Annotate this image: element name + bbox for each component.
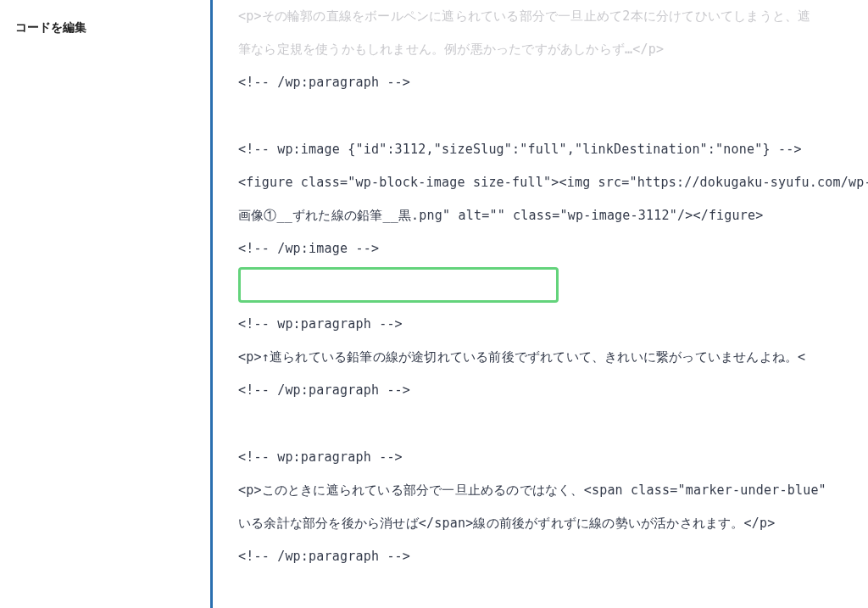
code-line[interactable]: <!-- wp:image {"id":3112,"sizeSlug":"ful… bbox=[238, 133, 868, 166]
highlight-annotation bbox=[238, 267, 559, 303]
code-line[interactable]: <figure class="wp-block-image size-full"… bbox=[238, 166, 868, 199]
code-line[interactable]: <!-- wp:paragraph --> bbox=[238, 441, 868, 474]
code-editor[interactable]: <p>その輪郭の直線をボールペンに遮られている部分で一旦止めて2本に分けてひいて… bbox=[210, 0, 868, 608]
sidebar-title: コードを編集 bbox=[15, 20, 195, 36]
code-line[interactable]: <p>その輪郭の直線をボールペンに遮られている部分で一旦止めて2本に分けてひいて… bbox=[238, 0, 868, 33]
code-line[interactable]: <p>↑遮られている鉛筆の線が途切れている前後でずれていて、きれいに繋がっていま… bbox=[238, 341, 868, 374]
code-line[interactable]: 画像①__ずれた線の鉛筆__黒.png" alt="" class="wp-im… bbox=[238, 199, 868, 232]
spacer bbox=[238, 99, 868, 133]
code-line[interactable]: <!-- wp:paragraph --> bbox=[238, 308, 868, 341]
code-line[interactable]: いる余計な部分を後から消せば</span>線の前後がずれずに線の勢いが活かされま… bbox=[238, 507, 868, 540]
code-line[interactable]: <!-- /wp:paragraph --> bbox=[238, 66, 868, 99]
code-line[interactable]: <p>このときに遮られている部分で一旦止めるのではなく、<span class=… bbox=[238, 474, 868, 507]
code-line[interactable]: 筆なら定規を使うかもしれません。例が悪かったですがあしからず…</p> bbox=[238, 33, 868, 66]
code-line[interactable]: <!-- /wp:image --> bbox=[238, 232, 868, 265]
code-line[interactable]: <!-- /wp:paragraph --> bbox=[238, 540, 868, 573]
spacer bbox=[238, 407, 868, 441]
code-line[interactable]: <!-- /wp:paragraph --> bbox=[238, 374, 868, 407]
sidebar-panel: コードを編集 bbox=[0, 0, 210, 608]
